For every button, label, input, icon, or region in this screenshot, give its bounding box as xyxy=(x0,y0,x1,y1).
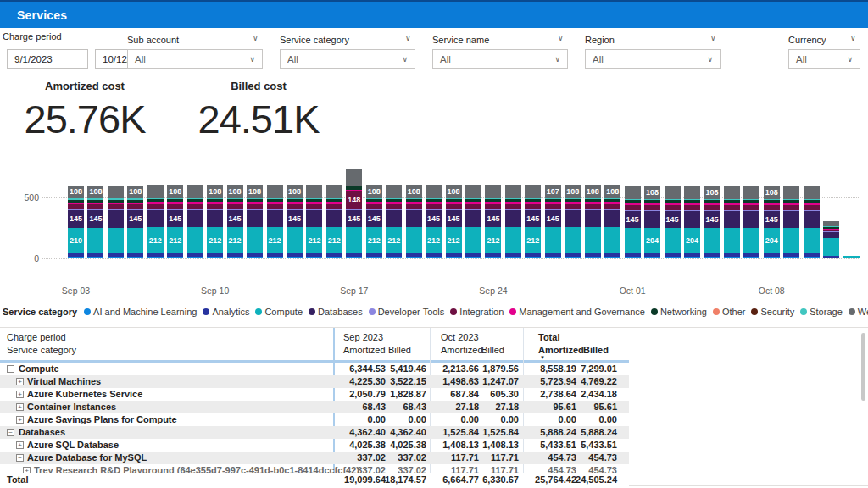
chart-bar-9[interactable]: 108 xyxy=(247,185,263,258)
table-row[interactable]: +Container Instances68.4368.4327.1827.18… xyxy=(0,401,629,413)
table-row[interactable]: +Azure Savings Plans for Compute0.000.00… xyxy=(0,413,629,426)
chart-bar-18[interactable]: 212145 xyxy=(426,185,442,258)
bar-segment-devtools xyxy=(585,209,601,210)
charge-period-start-input[interactable] xyxy=(7,49,88,69)
chart-bar-35[interactable]: 204145108 xyxy=(764,186,780,258)
chevron-down-icon[interactable]: ∨ xyxy=(710,34,716,42)
table-row[interactable]: +Virtual Machines4,225.303,522.151,498.6… xyxy=(0,375,629,388)
chart-bar-17[interactable]: 108 xyxy=(406,185,422,258)
expand-icon[interactable]: + xyxy=(16,391,24,398)
expand-icon[interactable]: + xyxy=(23,467,31,473)
expand-icon[interactable]: + xyxy=(16,416,24,424)
bar-segment-compute xyxy=(127,228,143,253)
chart-bar-4[interactable]: 212 xyxy=(147,185,164,258)
chart-bar-29[interactable]: 204108 xyxy=(644,186,660,258)
collapse-icon[interactable]: − xyxy=(16,454,24,462)
chart-bar-14[interactable]: 145148 xyxy=(346,169,362,258)
chart-bar-0[interactable]: 210145108 xyxy=(68,186,84,258)
chart-bar-28[interactable]: 145 xyxy=(625,186,641,258)
legend-item-databases[interactable]: Databases xyxy=(309,307,363,317)
legend-item-mgmt[interactable]: Management and Governance xyxy=(509,307,645,317)
chart-bar-16[interactable]: 212 xyxy=(386,185,402,258)
chart-bar-32[interactable]: 145108 xyxy=(704,186,720,258)
chart-bar-37[interactable] xyxy=(804,186,820,258)
slicer-dropdown-region[interactable]: All∨ xyxy=(585,49,721,69)
chart-bar-33[interactable] xyxy=(724,186,740,258)
chart-bar-27[interactable]: 108 xyxy=(604,185,620,258)
chart-bar-20[interactable] xyxy=(465,185,481,258)
chart-bar-5[interactable]: 212145108 xyxy=(167,185,183,258)
chart-bar-36[interactable] xyxy=(783,186,799,258)
slicer-dropdown-service-category[interactable]: All∨ xyxy=(280,49,415,69)
chart-bar-31[interactable]: 204 xyxy=(684,186,700,258)
chart-bar-2[interactable] xyxy=(108,186,124,258)
legend-item-storage[interactable]: Storage xyxy=(800,307,843,317)
chart-bar-12[interactable]: 212 xyxy=(306,185,322,258)
bar-segment-integration xyxy=(207,204,223,209)
table-row[interactable]: −Databases4,362.404,362.401,525.841,525.… xyxy=(0,426,629,439)
chart-bar-1[interactable]: 145108 xyxy=(87,186,103,258)
expand-icon[interactable]: + xyxy=(16,378,24,385)
table-row[interactable]: +Azure SQL Database4,025.384,025.381,408… xyxy=(0,439,629,452)
chart-bar-8[interactable]: 212145108 xyxy=(227,185,243,258)
slicer-dropdown-sub-account[interactable]: All∨ xyxy=(127,49,263,69)
chevron-down-icon[interactable]: ∨ xyxy=(405,34,411,42)
column-header-amortized[interactable]: Amortized xyxy=(441,345,483,355)
table-row[interactable]: +Trey Research R&D Playground (64e355d7-… xyxy=(0,464,629,473)
chart-bar-39[interactable] xyxy=(843,256,860,258)
collapse-icon[interactable]: − xyxy=(7,429,14,436)
bar-segment-databases: 145 xyxy=(87,210,103,228)
row-value: 7,299.01 xyxy=(568,363,617,374)
expand-icon[interactable]: + xyxy=(16,403,24,411)
legend-item-compute[interactable]: Compute xyxy=(255,307,303,317)
legend-item-ai[interactable]: AI and Machine Learning xyxy=(84,307,197,317)
column-header-amortized[interactable]: Amortized xyxy=(343,345,386,355)
slicer-dropdown-currency[interactable]: All∨ xyxy=(788,49,860,69)
chart-bar-21[interactable]: 212145 xyxy=(485,185,501,258)
table-row[interactable]: +Azure Kubernetes Service2,050.791,828.8… xyxy=(0,388,629,401)
legend-item-other[interactable]: Other xyxy=(713,307,746,317)
chevron-down-icon[interactable]: ∨ xyxy=(253,34,259,42)
bar-segment-analytics xyxy=(306,253,322,257)
chart-bar-30[interactable]: 145 xyxy=(665,186,681,258)
chart-bar-38[interactable] xyxy=(823,221,839,258)
legend-item-security[interactable]: Security xyxy=(751,307,794,317)
chart-bar-15[interactable]: 212145108 xyxy=(366,185,382,258)
chevron-down-icon: ∨ xyxy=(707,55,713,64)
chart-bar-22[interactable] xyxy=(505,185,521,258)
chart-bar-7[interactable]: 212108 xyxy=(207,185,223,258)
chart-bar-11[interactable]: 145108 xyxy=(287,185,303,258)
chart-bar-10[interactable]: 212 xyxy=(267,185,283,258)
column-group-total[interactable]: Total xyxy=(538,332,559,342)
chevron-down-icon[interactable]: ∨ xyxy=(850,34,856,42)
column-group-oct-2023[interactable]: Oct 2023 xyxy=(441,332,479,342)
legend-item-web[interactable]: Web xyxy=(849,307,868,317)
chart-bar-26[interactable]: 108 xyxy=(585,185,601,258)
legend-item-integration[interactable]: Integration xyxy=(450,307,504,317)
legend-item-networking[interactable]: Networking xyxy=(651,307,707,317)
expand-icon[interactable]: + xyxy=(16,441,24,449)
chart-bar-23[interactable]: 212145 xyxy=(525,185,541,258)
table-row[interactable]: −Azure Database for MySQL337.02337.02117… xyxy=(0,452,629,464)
chart-bar-25[interactable]: 108 xyxy=(565,185,581,258)
chart-bar-24[interactable]: 145107 xyxy=(545,185,561,258)
table-row[interactable]: −Compute6,344.535,419.462,213.661,879.56… xyxy=(0,363,629,375)
legend-item-analytics[interactable]: Analytics xyxy=(203,307,249,317)
bar-segment-ai xyxy=(724,257,740,258)
column-header-billed[interactable]: Billed xyxy=(481,345,504,355)
bar-segment-analytics xyxy=(366,253,382,257)
chevron-down-icon[interactable]: ∨ xyxy=(558,34,564,42)
legend-item-devtools[interactable]: Developer Tools xyxy=(369,307,445,317)
chart-bar-13[interactable]: 212 xyxy=(326,185,342,258)
chart-bar-34[interactable] xyxy=(743,186,760,258)
column-header-amortized[interactable]: Amortized xyxy=(538,345,584,355)
slicer-dropdown-service-name[interactable]: All∨ xyxy=(432,49,568,69)
chart-bar-19[interactable]: 212145108 xyxy=(446,185,462,258)
chart-bar-3[interactable]: 145108 xyxy=(127,186,143,258)
column-header-billed[interactable]: Billed xyxy=(583,345,609,355)
collapse-icon[interactable]: − xyxy=(7,365,14,373)
column-group-sep-2023[interactable]: Sep 2023 xyxy=(343,332,383,342)
table-scrollbar[interactable] xyxy=(861,333,865,401)
column-header-billed[interactable]: Billed xyxy=(388,345,411,355)
chart-bar-6[interactable] xyxy=(187,185,203,258)
